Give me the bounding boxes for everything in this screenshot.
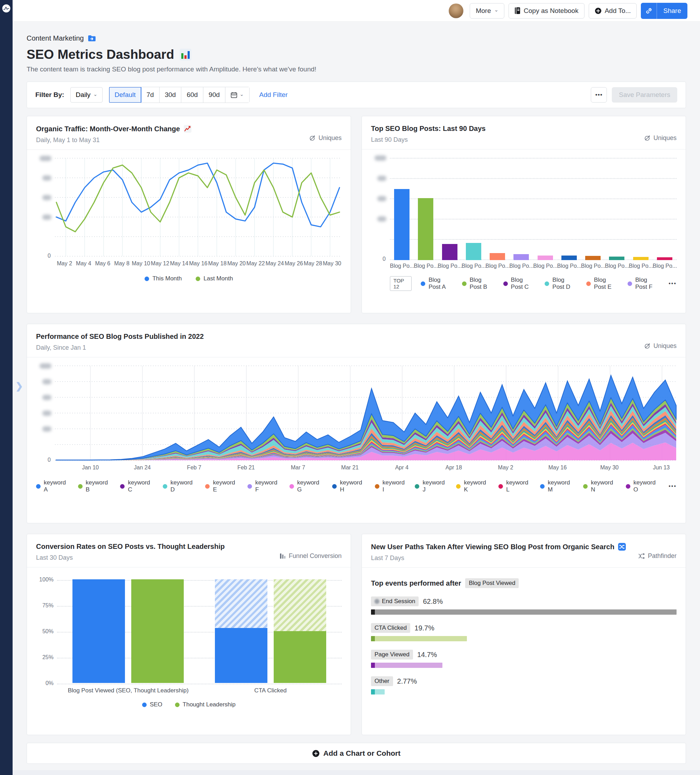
event-chip[interactable]: Page Viewed [371, 650, 413, 660]
bar[interactable] [442, 244, 457, 260]
legend-item-keyword-i[interactable]: keyword I [375, 479, 405, 493]
legend-item-keyword-h[interactable]: keyword H [332, 479, 365, 493]
save-parameters-button[interactable]: Save Parameters [612, 87, 677, 103]
bar-column [390, 155, 414, 260]
event-percentage: 62.8% [423, 597, 443, 605]
chart-mode-uniques[interactable]: Uniques [644, 343, 677, 350]
top-12-chip[interactable]: TOP 12 [390, 276, 412, 291]
more-button[interactable]: More⌄ [470, 3, 504, 18]
event-chip[interactable]: Other [371, 676, 393, 686]
chart-mode-uniques[interactable]: Uniques [644, 135, 677, 142]
legend-item-keyword-g[interactable]: keyword G [289, 479, 323, 493]
y-axis-zero-label: 0 [48, 253, 51, 259]
bar[interactable] [561, 256, 577, 260]
x-tick-label: May 28 [304, 260, 322, 267]
blurred-axis-label [42, 175, 52, 181]
funnel-bar[interactable] [131, 579, 184, 684]
bar-column [509, 155, 533, 260]
legend-item-keyword-o[interactable]: keyword O [626, 479, 659, 493]
legend-item-blog-post-c[interactable]: Blog Post C [503, 276, 536, 291]
chart-mode-uniques[interactable]: Uniques [309, 135, 342, 142]
bar[interactable] [609, 256, 624, 260]
legend-item-keyword-k[interactable]: keyword K [456, 479, 489, 493]
funnel-bar[interactable] [274, 579, 326, 684]
chart-legend: keyword Akeyword Bkeyword Ckeyword Dkeyw… [36, 479, 677, 493]
legend-item-last-month[interactable]: Last Month [196, 275, 233, 282]
legend-item-keyword-f[interactable]: keyword F [248, 479, 279, 493]
legend-more-button[interactable]: ••• [668, 280, 677, 287]
legend-item-keyword-d[interactable]: keyword D [163, 479, 196, 493]
legend-item-keyword-m[interactable]: keyword M [540, 479, 573, 493]
chart-mode-pathfinder[interactable]: Pathfinder [638, 552, 677, 560]
add-to-label: Add To... [605, 7, 631, 15]
date-range-segment-default[interactable]: Default [109, 87, 141, 103]
bar[interactable] [538, 256, 553, 260]
legend-item-this-month[interactable]: This Month [145, 275, 182, 282]
filter-more-button[interactable]: ••• [591, 87, 607, 103]
amplitude-logo-icon[interactable] [2, 4, 10, 13]
funnel-bar[interactable] [215, 579, 268, 684]
bar[interactable] [585, 256, 600, 260]
legend-more-button[interactable]: ••• [668, 483, 677, 489]
copy-as-notebook-button[interactable]: Copy as Notebook [509, 3, 584, 18]
add-to-button[interactable]: Add To... [589, 3, 637, 18]
funnel-bar[interactable] [72, 579, 125, 684]
event-bar-cap [371, 636, 375, 641]
legend-item-blog-post-a[interactable]: Blog Post A [421, 276, 452, 291]
interval-dropdown[interactable]: Daily⌄ [70, 87, 103, 103]
legend-item-keyword-l[interactable]: keyword L [499, 479, 530, 493]
pathfinder-rows: End Session62.8%CTA Clicked19.7%Page Vie… [371, 597, 677, 695]
legend-item-keyword-b[interactable]: keyword B [78, 479, 111, 493]
legend-item-seo[interactable]: SEO [142, 701, 162, 708]
date-range-segment-60d[interactable]: 60d [181, 87, 203, 103]
legend-item-keyword-a[interactable]: keyword A [36, 479, 68, 493]
bar[interactable] [657, 257, 672, 260]
event-chip[interactable]: End Session [371, 597, 419, 606]
legend-item-keyword-j[interactable]: keyword J [415, 479, 446, 493]
legend-item-blog-post-b[interactable]: Blog Post B [462, 276, 494, 291]
bar[interactable] [514, 254, 529, 260]
date-range-segment-7d[interactable]: 7d [141, 87, 160, 103]
x-tick-label: Blog Po... [581, 263, 605, 269]
legend-label: keyword B [86, 479, 111, 493]
line-chart: 0 [36, 155, 342, 257]
app-sidebar [0, 0, 13, 775]
legend-item-blog-post-e[interactable]: Blog Post E [586, 276, 619, 291]
bar[interactable] [394, 189, 409, 260]
share-button[interactable]: Share [657, 3, 687, 19]
x-tick-label: May 4 [76, 260, 91, 267]
legend-item-thought-leadership[interactable]: Thought Leadership [175, 701, 236, 708]
legend-item-keyword-n[interactable]: keyword N [583, 479, 616, 493]
chart-mode-funnel[interactable]: Funnel Conversion [279, 552, 342, 560]
legend-label: keyword C [128, 479, 153, 493]
bar[interactable] [490, 253, 505, 260]
add-filter-link[interactable]: Add Filter [259, 91, 288, 99]
sidebar-expand-chevron-icon[interactable]: ❯ [15, 381, 23, 392]
breadcrumb-item[interactable]: Content Marketing [27, 34, 84, 42]
legend-item-blog-post-d[interactable]: Blog Post D [545, 276, 577, 291]
legend-item-blog-post-f[interactable]: Blog Post F [628, 276, 659, 291]
calendar-segment[interactable]: ⌄ [225, 87, 249, 103]
chart-title-text: Performance of SEO Blog Posts Published … [36, 333, 204, 341]
bar[interactable] [633, 257, 648, 260]
footer-strip [13, 770, 700, 775]
mode-label-text: Uniques [319, 135, 342, 142]
event-chip[interactable]: CTA Clicked [371, 623, 410, 633]
add-chart-or-cohort-button[interactable]: Add a Chart or Cohort [27, 743, 686, 764]
event-chip[interactable]: Blog Post Viewed [465, 578, 519, 588]
blurred-axis-label [374, 155, 386, 161]
stacked-area-chart: 0 [36, 363, 677, 461]
legend-item-keyword-c[interactable]: keyword C [120, 479, 153, 493]
bar[interactable] [418, 198, 433, 260]
bar[interactable] [466, 243, 481, 260]
avatar[interactable] [449, 3, 464, 18]
date-range-segment-30d[interactable]: 30d [160, 87, 182, 103]
legend-item-keyword-e[interactable]: keyword E [205, 479, 238, 493]
link-icon [645, 7, 652, 14]
date-range-segment-90d[interactable]: 90d [203, 87, 225, 103]
event-chip-label: End Session [382, 598, 415, 605]
funnel-groups [57, 579, 342, 684]
x-tick-label: Blog Po... [534, 263, 557, 269]
copy-link-button[interactable] [641, 3, 657, 19]
blurred-axis-label [42, 195, 52, 200]
